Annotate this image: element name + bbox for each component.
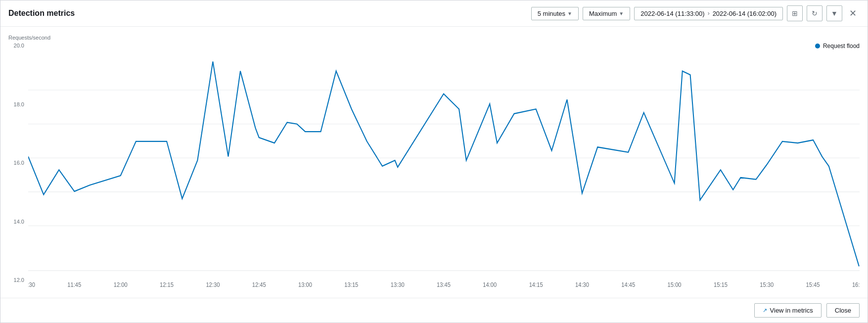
date-arrow-icon: › (708, 10, 710, 17)
interval-chevron-icon: ▼ (567, 11, 572, 16)
calendar-icon-button[interactable]: ⊞ (787, 5, 803, 21)
header-controls: 5 minutes ▼ Maximum ▼ 2022-06-14 (11:33:… (531, 5, 860, 21)
svg-text:15:00: 15:00 (668, 281, 682, 288)
svg-text:11:45: 11:45 (67, 281, 81, 288)
svg-text:14:00: 14:00 (483, 281, 497, 288)
view-in-metrics-button[interactable]: ↗ View in metrics (754, 303, 822, 318)
date-range-button[interactable]: 2022-06-14 (11:33:00) › 2022-06-14 (16:0… (634, 7, 783, 20)
legend-label-request-flood: Request flood (823, 43, 860, 49)
y-axis: 20.0 18.0 16.0 14.0 12.0 (8, 43, 28, 298)
y-tick-14: 14.0 (14, 219, 24, 225)
svg-text:14:30: 14:30 (575, 281, 589, 288)
chart-area: Requests/second 20.0 18.0 16.0 14.0 12.0… (0, 27, 868, 298)
svg-text:12:15: 12:15 (160, 281, 174, 288)
svg-text:12:30: 12:30 (206, 281, 220, 288)
y-axis-label: Requests/second (8, 35, 860, 41)
date-start: 2022-06-14 (11:33:00) (640, 10, 704, 17)
calendar-icon: ⊞ (792, 9, 798, 17)
detection-metrics-panel: Detection metrics 5 minutes ▼ Maximum ▼ … (0, 0, 868, 323)
y-tick-16: 16.0 (14, 160, 24, 166)
interval-dropdown[interactable]: 5 minutes ▼ (531, 7, 579, 20)
panel-title: Detection metrics (8, 9, 75, 18)
stat-dropdown[interactable]: Maximum ▼ (583, 7, 630, 20)
interval-label: 5 minutes (538, 10, 565, 17)
chart-content: Request flood 11 (28, 43, 860, 298)
chart-svg: 11:30 11:45 12:00 12:15 12:30 12:45 13:0… (28, 43, 860, 298)
svg-text:15:45: 15:45 (806, 281, 820, 288)
svg-text:11:30: 11:30 (28, 281, 36, 288)
svg-text:12:00: 12:00 (114, 281, 128, 288)
y-tick-20: 20.0 (14, 43, 24, 48)
svg-text:12:45: 12:45 (252, 281, 266, 288)
legend-dot-request-flood (815, 44, 820, 48)
stat-chevron-icon: ▼ (619, 11, 624, 16)
close-label: Close (835, 307, 851, 314)
svg-text:15:15: 15:15 (714, 281, 728, 288)
chart-wrapper: 20.0 18.0 16.0 14.0 12.0 Request flood (8, 43, 860, 298)
external-link-icon: ↗ (763, 307, 767, 314)
svg-text:13:15: 13:15 (344, 281, 358, 288)
close-button[interactable]: Close (826, 303, 860, 318)
refresh-button[interactable]: ↻ (807, 5, 822, 21)
svg-text:13:45: 13:45 (437, 281, 451, 288)
svg-text:14:15: 14:15 (529, 281, 543, 288)
request-flood-line (28, 61, 859, 266)
close-icon: ✕ (849, 8, 857, 18)
svg-text:16:00: 16:00 (852, 281, 860, 288)
close-panel-button[interactable]: ✕ (846, 8, 860, 19)
chart-legend: Request flood (815, 43, 860, 49)
view-metrics-label: View in metrics (770, 307, 813, 314)
options-dropdown-button[interactable]: ▼ (826, 5, 842, 21)
y-tick-18: 18.0 (14, 101, 24, 107)
stat-label: Maximum (589, 10, 617, 17)
svg-text:13:30: 13:30 (391, 281, 405, 288)
svg-text:15:30: 15:30 (760, 281, 774, 288)
options-chevron-icon: ▼ (831, 9, 838, 17)
panel-footer: ↗ View in metrics Close (0, 298, 868, 323)
date-end: 2022-06-14 (16:02:00) (713, 10, 777, 17)
refresh-icon: ↻ (812, 9, 818, 17)
y-tick-12: 12.0 (14, 277, 24, 283)
panel-header: Detection metrics 5 minutes ▼ Maximum ▼ … (0, 0, 868, 27)
svg-text:13:00: 13:00 (298, 281, 312, 288)
svg-text:14:45: 14:45 (621, 281, 635, 288)
